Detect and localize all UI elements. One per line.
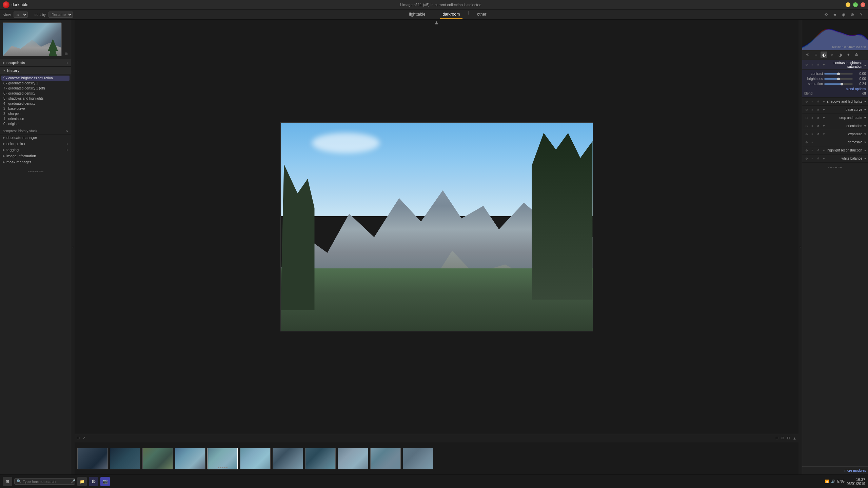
- contrast-track[interactable]: [824, 73, 853, 75]
- module-expand-shadows[interactable]: ▾: [864, 100, 866, 103]
- tool-correct[interactable]: ◑: [837, 52, 844, 58]
- tab-lighttable[interactable]: lighttable: [407, 11, 428, 19]
- filmstrip-export-icon[interactable]: ↗: [82, 436, 85, 440]
- shadows-i4[interactable]: ▼: [822, 99, 826, 104]
- brightness-thumb[interactable]: [837, 78, 840, 80]
- tagging-item[interactable]: ▶ tagging +: [0, 147, 71, 153]
- taskbar-windows-icon[interactable]: ⊞: [3, 477, 12, 486]
- module-row-highlight[interactable]: ⊙ ≡ ↺ ▼ highlight reconstruction ▾: [802, 146, 868, 155]
- module-name-crop[interactable]: crop and rotate: [826, 116, 864, 120]
- module-row-basecurve[interactable]: ⊙ ≡ ↺ ▼ base curve ▾: [802, 106, 868, 114]
- mod-preset-icon[interactable]: ▼: [822, 62, 826, 67]
- filmstrip-thumb-9[interactable]: [338, 448, 368, 469]
- blend-options-link[interactable]: blend options: [804, 87, 866, 91]
- module-row-shadows[interactable]: ⊙ ≡ ↺ ▼ shadows and highlights ▾: [802, 98, 868, 106]
- sort-select[interactable]: filename: [48, 12, 73, 18]
- taskbar-darktable[interactable]: 🖼: [89, 477, 98, 486]
- history-item-7[interactable]: 7 - graduated density 1 (off): [1, 86, 70, 91]
- compress-history-button[interactable]: compress history stack ✎: [0, 128, 71, 134]
- module-name-cbs[interactable]: contrast brightness saturation: [826, 61, 864, 68]
- module-expand-crop[interactable]: ▾: [864, 116, 866, 120]
- history-item-1[interactable]: 1 - orientation: [1, 116, 70, 121]
- wb-i2[interactable]: ≡: [810, 156, 815, 161]
- history-item-2[interactable]: 2 - sharpen: [1, 111, 70, 116]
- tagging-add[interactable]: +: [66, 148, 68, 152]
- image-information-item[interactable]: ▶ image information: [0, 153, 71, 159]
- module-expand-basecurve[interactable]: ▾: [864, 108, 866, 111]
- more-modules-button[interactable]: more modules: [802, 466, 868, 474]
- saturation-track[interactable]: [824, 83, 853, 85]
- filmstrip-thumb-7[interactable]: [273, 448, 303, 469]
- history-item-8[interactable]: 8 - graduated density 1: [1, 81, 70, 86]
- view-select[interactable]: all: [14, 12, 28, 18]
- search-input[interactable]: [23, 480, 70, 484]
- filmstrip-grid2-icon[interactable]: ⊡: [775, 436, 778, 440]
- module-name-demosaic[interactable]: demosaic: [815, 140, 864, 144]
- highlight-i2[interactable]: ≡: [810, 148, 815, 153]
- brightness-track[interactable]: [824, 78, 853, 80]
- filmstrip-thumb-6[interactable]: [240, 448, 271, 469]
- nav-icon-2[interactable]: ★: [831, 11, 838, 18]
- tool-active[interactable]: ≛: [853, 52, 860, 58]
- close-button[interactable]: ×: [861, 2, 865, 7]
- exposure-i2[interactable]: ≡: [810, 132, 815, 137]
- module-name-orientation[interactable]: orientation: [826, 124, 864, 128]
- duplicate-manager-item[interactable]: ▶ duplicate manager: [0, 135, 71, 141]
- tool-reset[interactable]: ⟲: [804, 52, 811, 58]
- filmstrip-thumb-5[interactable]: [208, 448, 238, 469]
- shadows-i2[interactable]: ≡: [810, 99, 815, 104]
- module-expand-demosaic[interactable]: ▾: [864, 140, 866, 144]
- exposure-i1[interactable]: ⊙: [804, 132, 809, 137]
- filmstrip-thumb-3[interactable]: [142, 448, 173, 469]
- left-collapse-handle[interactable]: ‹: [71, 20, 75, 474]
- module-row-crop[interactable]: ⊙ ≡ ↺ ▼ crop and rotate ▾: [802, 114, 868, 122]
- filmstrip-up-icon[interactable]: ▲: [793, 436, 796, 440]
- taskbar-search[interactable]: 🔍 🎤: [14, 478, 75, 485]
- window-controls[interactable]: − □ ×: [846, 2, 865, 7]
- color-picker-add[interactable]: +: [66, 142, 68, 146]
- filmstrip-thumb-1[interactable]: [77, 448, 108, 469]
- tool-effects[interactable]: ✦: [845, 52, 852, 58]
- basecurve-i3[interactable]: ↺: [816, 107, 821, 112]
- shadows-i3[interactable]: ↺: [816, 99, 821, 104]
- exposure-i3[interactable]: ↺: [816, 132, 821, 137]
- saturation-thumb[interactable]: [841, 83, 843, 85]
- history-item-6[interactable]: 6 - graduated density: [1, 91, 70, 96]
- right-collapse-handle[interactable]: ›: [798, 20, 802, 474]
- filmstrip-thumb-8[interactable]: [305, 448, 336, 469]
- contrast-thumb[interactable]: [837, 73, 840, 75]
- module-row-exposure[interactable]: ⊙ ≡ ↺ ▼ exposure ▾: [802, 130, 868, 138]
- module-expand-highlight[interactable]: ▾: [864, 148, 866, 152]
- maximize-button[interactable]: □: [853, 2, 858, 7]
- filmstrip-thumb-4[interactable]: [175, 448, 205, 469]
- module-name-highlight[interactable]: highlight reconstruction: [826, 148, 864, 152]
- nav-icon-5[interactable]: ?: [858, 11, 865, 18]
- taskbar-file-manager[interactable]: 📁: [77, 477, 87, 486]
- module-row-demosaic[interactable]: ⊙ ≡ demosaic ▾: [802, 138, 868, 146]
- mod-multi-icon[interactable]: ≡: [810, 62, 815, 67]
- thumbnail-resize[interactable]: ⊞: [65, 52, 67, 56]
- tab-darkroom[interactable]: darkroom: [440, 11, 463, 19]
- mask-manager-item[interactable]: ▶ mask manager: [0, 159, 71, 165]
- tool-color[interactable]: ○: [829, 52, 835, 58]
- history-item-9[interactable]: 9 - contrast brightness saturation: [1, 76, 70, 81]
- module-expand-cbs[interactable]: ▴: [864, 63, 866, 67]
- filmstrip-add-icon[interactable]: ⊕: [781, 436, 784, 440]
- filmstrip-thumb-11[interactable]: [403, 448, 433, 469]
- module-expand-wb[interactable]: ▾: [864, 157, 866, 160]
- wb-i3[interactable]: ↺: [816, 156, 821, 161]
- module-expand-orient[interactable]: ▾: [864, 124, 866, 128]
- shadows-i1[interactable]: ⊙: [804, 99, 809, 104]
- nav-icon-1[interactable]: ⟲: [823, 11, 829, 18]
- filmstrip-thumb-2[interactable]: [110, 448, 140, 469]
- tool-tone[interactable]: ◐: [821, 52, 827, 58]
- module-name-basecurve[interactable]: base curve: [826, 108, 864, 111]
- crop-i2[interactable]: ≡: [810, 116, 815, 120]
- basecurve-i1[interactable]: ⊙: [804, 107, 809, 112]
- crop-i4[interactable]: ▼: [822, 116, 826, 120]
- snapshots-header[interactable]: ▶ snapshots +: [0, 59, 71, 66]
- orient-i4[interactable]: ▼: [822, 124, 826, 128]
- wb-i1[interactable]: ⊙: [804, 156, 809, 161]
- orient-i2[interactable]: ≡: [810, 124, 815, 128]
- module-row-cbs[interactable]: ⊙ ≡ ↺ ▼ contrast brightness saturation ▴: [802, 60, 868, 70]
